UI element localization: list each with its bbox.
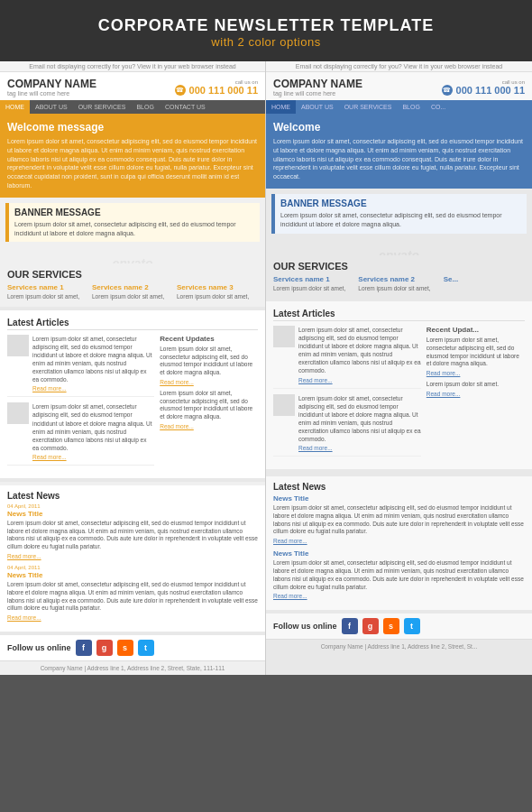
left-article-1-thumb: [7, 335, 29, 356]
right-news-2-readmore[interactable]: Read more...: [273, 593, 525, 599]
right-recent-2: Lorem ipsum dolor sit amet. Read more...: [427, 381, 525, 397]
right-articles: Latest Articles Lorem ipsum dolor sit am…: [266, 301, 532, 469]
right-nav-about[interactable]: ABOUT US: [296, 100, 339, 114]
right-nav-services[interactable]: OUR SERVICES: [339, 100, 398, 114]
right-service-3-name: Se...: [444, 275, 525, 283]
left-hero-body: Lorem ipsum dolor sit amet, consectetur …: [7, 137, 258, 190]
left-article-2-text: Lorem ipsum dolor sit amet, consectetur …: [32, 402, 154, 460]
left-follow: Follow us online f g s t: [0, 635, 265, 660]
right-service-2-desc: Lorem ipsum dolor sit amet,: [358, 285, 439, 292]
right-service-1: Services name 1 Lorem ipsum dolor sit am…: [273, 275, 354, 292]
left-news-2-readmore[interactable]: Read more...: [7, 614, 258, 621]
left-articles-title: Latest Articles: [7, 318, 258, 330]
left-news-2: 04 April, 2011 News Title Lorem ipsum do…: [7, 565, 258, 621]
right-twitter-icon[interactable]: t: [404, 618, 420, 634]
left-news-title: Latest News: [7, 491, 258, 501]
left-recent-1-readmore[interactable]: Read more...: [160, 379, 258, 385]
left-phone-number: 000 111 000 11: [189, 85, 258, 96]
watermark-area: envato: [0, 247, 265, 263]
nav-services[interactable]: OUR SERVICES: [73, 100, 132, 114]
twitter-icon[interactable]: t: [138, 640, 154, 656]
right-services-title: OUR SERVICES: [273, 261, 525, 272]
banner-title: CORPORATE NEWSLETTER TEMPLATE: [0, 16, 532, 35]
right-facebook-icon[interactable]: f: [342, 618, 358, 634]
left-article-2-thumb: [7, 402, 29, 424]
right-footer: Company Name | Address line 1, Address l…: [266, 639, 532, 653]
left-banner-title: BANNER MESSAGE: [14, 208, 254, 217]
right-news-1-body: Lorem ipsum dolor sit amet, consectetur …: [273, 504, 525, 536]
left-company-name: COMPANY NAME: [7, 78, 96, 90]
right-news-1-readmore[interactable]: Read more...: [273, 538, 525, 544]
right-hero-title: Welcome: [273, 121, 525, 134]
left-article-1-readmore[interactable]: Read more...: [32, 385, 154, 392]
left-services: OUR SERVICES Services name 1 Lorem ipsum…: [0, 263, 265, 306]
right-nav-blog[interactable]: BLOG: [397, 100, 425, 114]
phone-icon: ☎: [175, 85, 186, 96]
left-recent-title: Recent Updates: [160, 335, 258, 343]
right-stumbleupon-icon[interactable]: s: [383, 618, 399, 634]
right-recent-2-readmore[interactable]: Read more...: [427, 391, 525, 397]
right-banner-body: Lorem ipsum dolor sit amet, consectetur …: [280, 211, 521, 229]
left-article-1-text: Lorem ipsum dolor sit amet, consectetur …: [32, 335, 154, 392]
left-news-1-body: Lorem ipsum dolor sit amet, consectetur …: [7, 520, 258, 551]
left-articles-inner: Lorem ipsum dolor sit amet, consectetur …: [7, 335, 258, 471]
right-googleplus-icon[interactable]: g: [362, 618, 379, 634]
right-news-2: News Title Lorem ipsum dolor sit amet, c…: [273, 549, 525, 599]
right-nav-home[interactable]: HOME: [266, 100, 296, 114]
left-service-1-name: Services name 1: [7, 283, 88, 291]
right-article-1-readmore[interactable]: Read more...: [298, 377, 421, 383]
right-nav-contact[interactable]: CO...: [426, 100, 451, 114]
left-service-3-name: Services name 3: [177, 283, 258, 291]
left-news-2-title: News Title: [7, 571, 258, 579]
left-banner-msg: BANNER MESSAGE Lorem ipsum dolor sit ame…: [5, 203, 260, 243]
left-article-2-readmore[interactable]: Read more...: [32, 454, 154, 460]
left-news-1-readmore[interactable]: Read more...: [7, 553, 258, 559]
left-recent-2-readmore[interactable]: Read more...: [160, 423, 258, 429]
center-banner: CORPORATE NEWSLETTER TEMPLATE with 2 col…: [0, 0, 532, 61]
left-articles-main: Lorem ipsum dolor sit amet, consectetur …: [7, 335, 154, 471]
left-recent-1: Lorem ipsum dolor sit amet, consectetur …: [160, 346, 258, 385]
right-hero-body: Lorem ipsum dolor sit amet, consectetur …: [273, 137, 525, 181]
nav-about[interactable]: ABOUT US: [30, 100, 73, 114]
left-footer: Company Name | Address line 1, Address l…: [0, 660, 265, 675]
right-watermark: envato: [379, 248, 419, 255]
left-recent-2: Lorem ipsum dolor sit amet, consectetur …: [160, 390, 258, 429]
nav-contact[interactable]: CONTACT US: [160, 100, 211, 114]
right-service-2-name: Services name 2: [358, 275, 439, 283]
nav-home[interactable]: HOME: [0, 100, 30, 114]
left-article-1: Lorem ipsum dolor sit amet, consectetur …: [7, 335, 154, 398]
right-top-bar: Email not displaying correctly for you? …: [266, 61, 532, 72]
left-services-title: OUR SERVICES: [7, 269, 258, 280]
right-recent-1-readmore[interactable]: Read more...: [427, 370, 525, 376]
left-article-2: Lorem ipsum dolor sit amet, consectetur …: [7, 402, 154, 466]
googleplus-icon[interactable]: g: [96, 640, 113, 656]
right-services-grid: Services name 1 Lorem ipsum dolor sit am…: [273, 275, 525, 292]
right-article-2-readmore[interactable]: Read more...: [298, 445, 421, 451]
left-service-1: Services name 1 Lorem ipsum dolor sit am…: [7, 283, 88, 300]
left-service-2-desc: Lorem ipsum dolor sit amet,: [92, 293, 173, 300]
stumbleupon-icon[interactable]: s: [117, 640, 133, 656]
right-phone-icon: ☎: [442, 85, 453, 96]
right-service-3: Se...: [444, 275, 525, 292]
right-articles-inner: Lorem ipsum dolor sit amet, consectetur …: [273, 326, 525, 462]
right-company-name: COMPANY NAME: [273, 78, 362, 90]
right-service-1-desc: Lorem ipsum dolor sit amet,: [273, 285, 354, 292]
right-tagline: tag line will come here: [273, 90, 362, 97]
right-watermark-area: envato: [266, 239, 532, 255]
left-top-bar: Email not displaying correctly for you? …: [0, 61, 265, 72]
left-news-1-date: 04 April, 2011: [7, 503, 258, 509]
right-recent: Recent Updat... Lorem ipsum dolor sit am…: [427, 326, 525, 462]
left-phone-block: call us on ☎ 000 111 000 11: [175, 79, 258, 96]
right-article-1: Lorem ipsum dolor sit amet, consectetur …: [273, 326, 421, 389]
left-tagline: tag line will come here: [7, 90, 96, 97]
right-article-2: Lorem ipsum dolor sit amet, consectetur …: [273, 394, 421, 457]
left-news-2-body: Lorem ipsum dolor sit amet, consectetur …: [7, 581, 258, 613]
nav-blog[interactable]: BLOG: [131, 100, 159, 114]
left-hero-title: Welcome message: [7, 121, 258, 134]
right-banner-title: BANNER MESSAGE: [280, 198, 521, 208]
watermark: envato: [112, 256, 152, 263]
left-articles: Latest Articles Lorem ipsum dolor sit am…: [0, 310, 265, 478]
facebook-icon[interactable]: f: [76, 640, 92, 656]
right-banner-msg: BANNER MESSAGE Lorem ipsum dolor sit ame…: [271, 194, 527, 234]
left-service-2-name: Services name 2: [92, 283, 173, 291]
